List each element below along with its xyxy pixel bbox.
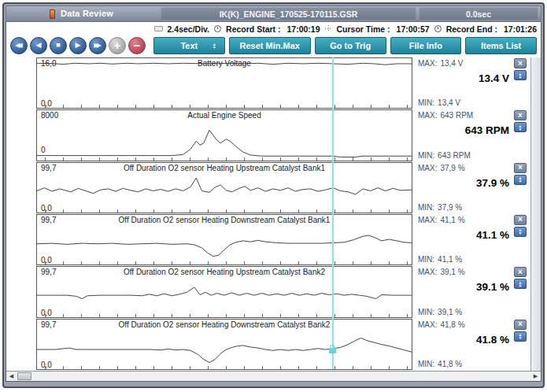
info-column: MAX:13,4 V 13.4 V MIN:13,4 V × ▲▼ MAX:64…: [412, 57, 529, 371]
channel-readout: MAX:37,9 % 37.9 % MIN:37,9 % × ▲▼: [416, 162, 529, 213]
current-value: 39.1 %: [476, 281, 509, 293]
file-info-button[interactable]: File Info: [390, 37, 462, 54]
play-button[interactable]: ▶: [69, 37, 87, 54]
go-to-trig-button[interactable]: Go to Trig: [315, 37, 386, 54]
play-icon: ▶: [76, 42, 81, 49]
cursor-time-value: 17:00:57: [397, 24, 430, 34]
scrollbar-thumb[interactable]: [17, 372, 31, 380]
min-label: MIN:: [418, 255, 434, 264]
min-value: 41,8 %: [438, 360, 462, 368]
cursor-crosshair-icon: [325, 25, 332, 32]
record-start-value: 17:00:19: [286, 24, 320, 34]
display-mode-select[interactable]: Text ▲▼: [153, 37, 225, 54]
channel-title: Actual Engine Speed: [37, 111, 412, 120]
time-cursor-line[interactable]: [332, 57, 334, 369]
max-value: 37,9 %: [440, 164, 464, 172]
channel-title: Battery Voltage: [37, 59, 412, 68]
waveform-plot[interactable]: 99,7 Off Duration O2 sensor Heating Upst…: [36, 266, 412, 317]
max-line: MAX:37,9 %: [418, 164, 465, 172]
playback-toolbar: ◀◀ ◀ ■ ▶ ▶▶ + − Text ▲▼ Reset Min.Max Go…: [6, 35, 541, 56]
min-line: MIN:41,1 %: [418, 255, 462, 264]
horizontal-scrollbar[interactable]: ◀ ▶: [6, 371, 541, 381]
close-channel-button[interactable]: ×: [514, 58, 527, 68]
fast-rewind-button[interactable]: ◀◀: [10, 37, 28, 54]
channel-title: Off Duration O2 sensor Heating Downstrea…: [37, 216, 412, 224]
up-down-arrows-icon2: ▼: [519, 284, 523, 287]
min-value: 41,1 %: [438, 255, 462, 264]
expand-channel-button[interactable]: ▲▼: [514, 331, 527, 342]
close-channel-button[interactable]: ×: [514, 163, 527, 173]
close-channel-button[interactable]: ×: [514, 267, 527, 277]
expand-channel-button[interactable]: ▲▼: [514, 70, 527, 80]
close-channel-button[interactable]: ×: [514, 215, 527, 225]
waveform-plot[interactable]: 99,7 Off Duration O2 sensor Heating Down…: [36, 214, 412, 265]
min-value: 39,1 %: [438, 308, 462, 316]
minus-icon: −: [134, 39, 141, 51]
window-title: Data Review: [61, 6, 113, 21]
max-value: 643 RPM: [440, 111, 473, 120]
zoom-out-button[interactable]: −: [128, 37, 146, 54]
plots-column: 16,0 Battery Voltage 0,0 8000 Actual Eng…: [36, 57, 412, 371]
scale-min-label: 0,0: [41, 204, 52, 213]
waveform-plot[interactable]: 16,0 Battery Voltage 0,0: [36, 57, 412, 109]
scroll-right-arrow-icon[interactable]: ▶: [530, 372, 541, 381]
max-line: MAX:41,1 %: [418, 216, 465, 224]
min-value: 643 RPM: [438, 151, 471, 160]
min-label: MIN:: [418, 203, 434, 212]
max-value: 41,1 %: [440, 216, 464, 224]
spinner-arrows-icon: ▲▼: [213, 43, 216, 49]
min-label: MIN:: [418, 98, 434, 107]
min-line: MIN:643 RPM: [418, 151, 471, 160]
expand-channel-button[interactable]: ▲▼: [514, 175, 527, 185]
expand-channel-button[interactable]: ▲▼: [514, 279, 527, 289]
action-buttons: Text ▲▼ Reset Min.Max Go to Trig File In…: [153, 37, 537, 54]
max-label: MAX:: [418, 111, 437, 120]
current-value: 13.4 V: [479, 72, 509, 84]
vertical-scroll-strip: [530, 57, 541, 371]
zoom-in-button[interactable]: +: [109, 37, 126, 54]
step-back-icon: ◀: [36, 42, 42, 49]
max-label: MAX:: [418, 164, 437, 172]
current-value: 41.8 %: [476, 334, 509, 346]
record-start-label: Record Start :: [226, 24, 280, 34]
up-down-arrows-icon2: ▼: [519, 231, 523, 235]
display-mode-label: Text: [180, 41, 198, 50]
window-body: 2.4sec/Div. Record Start :17:00:19 Curso…: [6, 22, 541, 382]
max-label: MAX:: [418, 216, 437, 224]
expand-channel-button[interactable]: ▲▼: [514, 122, 527, 132]
waveform-plot[interactable]: 99,7 Off Duration O2 sensor Heating Upst…: [36, 162, 412, 213]
record-end-label: Record End :: [446, 24, 497, 34]
waveform-plot[interactable]: 99,7 Off Duration O2 sensor Heating Down…: [36, 319, 412, 370]
waveform-plot[interactable]: 8000 Actual Engine Speed 0: [36, 109, 412, 161]
channel-readout: MAX:13,4 V 13.4 V MIN:13,4 V × ▲▼: [416, 57, 529, 109]
left-gutter: [6, 57, 36, 371]
expand-channel-button[interactable]: ▲▼: [514, 227, 527, 237]
min-line: MIN:41,8 %: [418, 360, 462, 368]
app-window: Data Review IK(K)_ENGINE_170525-170115.G…: [2, 2, 545, 388]
max-value: 39,1 %: [440, 268, 464, 276]
channel-title: Off Duration O2 sensor Heating Upstream …: [37, 268, 412, 276]
min-value: 13,4 V: [438, 98, 460, 107]
current-value: 41.1 %: [476, 229, 509, 241]
scale-min-label: 0,0: [41, 309, 52, 317]
min-label: MIN:: [418, 151, 434, 160]
channel-readout: MAX:41,8 % 41.8 % MIN:41,8 % × ▲▼: [416, 319, 529, 370]
elapsed-time: 0.0sec: [419, 7, 538, 20]
reset-minmax-button[interactable]: Reset Min.Max: [229, 37, 311, 54]
min-label: MIN:: [418, 360, 434, 368]
close-channel-button[interactable]: ×: [514, 110, 527, 120]
stop-button[interactable]: ■: [50, 37, 67, 54]
max-line: MAX:643 RPM: [418, 111, 473, 120]
record-start-clock-icon: [214, 25, 221, 32]
current-value: 643 RPM: [465, 124, 509, 136]
current-value: 37.9 %: [476, 177, 509, 189]
chart-area: 16,0 Battery Voltage 0,0 8000 Actual Eng…: [6, 56, 541, 371]
min-line: MIN:37,9 %: [418, 203, 462, 212]
max-value: 13,4 V: [440, 59, 463, 68]
max-label: MAX:: [418, 320, 437, 329]
close-channel-button[interactable]: ×: [514, 320, 527, 330]
items-list-button[interactable]: Items List: [465, 37, 537, 54]
fast-forward-button[interactable]: ▶▶: [89, 37, 106, 54]
scroll-left-arrow-icon[interactable]: ◀: [6, 372, 17, 381]
step-back-button[interactable]: ◀: [30, 37, 47, 54]
